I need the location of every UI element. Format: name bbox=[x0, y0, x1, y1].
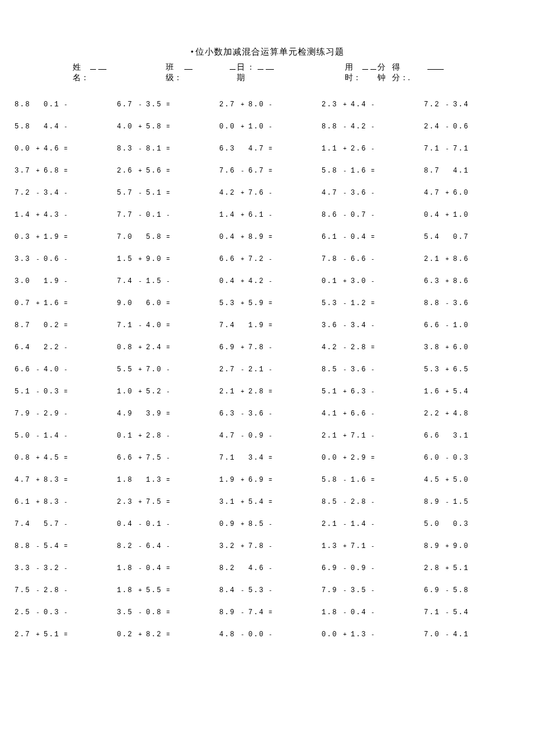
operand-a: 8.5 bbox=[322, 366, 340, 374]
operand-a: 4.0 bbox=[117, 123, 135, 131]
operand-a: 0.4 bbox=[117, 520, 135, 528]
operand-a: 5.8 bbox=[322, 476, 340, 484]
name-blank-1[interactable] bbox=[90, 63, 96, 70]
equals-sign: - bbox=[369, 323, 377, 329]
date-blank-pre[interactable] bbox=[230, 63, 236, 70]
operator: - bbox=[238, 587, 248, 594]
operator: + bbox=[238, 521, 248, 528]
equals-sign: = bbox=[165, 587, 173, 594]
time-blank-1[interactable] bbox=[362, 63, 368, 70]
class-blank[interactable] bbox=[184, 63, 192, 70]
operand-b: 3.4 bbox=[453, 101, 472, 109]
operand-b: 5.7 bbox=[44, 520, 62, 528]
equation-cell: 8.4-5.3- bbox=[219, 586, 316, 594]
operand-a: 0.4 bbox=[424, 211, 443, 219]
operand-b: 0.3 bbox=[44, 388, 62, 396]
date-blank-1[interactable] bbox=[258, 63, 263, 70]
operand-a: 1.6 bbox=[424, 388, 443, 396]
operand-a: 6.9 bbox=[219, 343, 238, 352]
equation-cell: 6.63.1 bbox=[424, 432, 520, 440]
equation-cell: 5.40.7 bbox=[424, 233, 520, 241]
operand-a: 2.7 bbox=[219, 366, 238, 374]
equation-cell: 7.0-4.1 bbox=[424, 630, 520, 639]
equation-cell: 4.1+6.6- bbox=[322, 410, 418, 418]
equals-sign: = bbox=[165, 499, 173, 506]
equation-cell: 7.9-3.5- bbox=[322, 586, 418, 594]
equation-cell: 8.8-5.4= bbox=[15, 542, 111, 550]
equals-sign: = bbox=[165, 411, 173, 417]
operand-b: 6.0 bbox=[453, 343, 472, 352]
equation-cell: 4.7+6.0 bbox=[424, 189, 520, 197]
operand-b: 6.0 bbox=[146, 299, 165, 307]
equation-cell: 0.1+3.0- bbox=[322, 277, 418, 285]
operator: - bbox=[443, 632, 453, 638]
operator: - bbox=[135, 323, 146, 329]
equation-cell: 2.7+8.0- bbox=[219, 101, 316, 109]
date-colon: : bbox=[249, 63, 252, 72]
equation-cell: 1.9+6.9= bbox=[219, 476, 316, 484]
equals-sign: - bbox=[267, 433, 275, 439]
operand-b: 6.6 bbox=[351, 410, 369, 418]
equals-sign: - bbox=[165, 433, 173, 439]
equation-cell: 3.3-0.6- bbox=[15, 255, 111, 263]
date-blank-2[interactable] bbox=[266, 63, 274, 70]
operand-b: 0.9 bbox=[351, 564, 369, 572]
operand-b: 5.8 bbox=[146, 123, 165, 131]
equals-sign: = bbox=[369, 234, 377, 241]
operand-b: 3.5 bbox=[146, 101, 165, 109]
equation-cell: 1.81.3= bbox=[117, 476, 213, 484]
operator: + bbox=[33, 168, 44, 174]
equals-sign: = bbox=[165, 477, 173, 483]
operand-a: 7.8 bbox=[322, 255, 340, 263]
equation-cell: 0.0+1.0- bbox=[219, 123, 316, 131]
equation-cell: 0.8+2.4= bbox=[117, 343, 213, 352]
operand-b: 1.6 bbox=[351, 476, 369, 484]
operator: - bbox=[340, 124, 351, 130]
operand-a: 0.0 bbox=[219, 123, 238, 131]
operand-b: 1.0 bbox=[248, 123, 267, 131]
operand-b: 9.0 bbox=[146, 255, 165, 263]
operator: + bbox=[340, 278, 351, 285]
operand-b: 1.3 bbox=[146, 476, 165, 484]
equals-sign: = bbox=[267, 477, 275, 483]
name-blank-2[interactable] bbox=[98, 63, 106, 70]
operand-b: 0.4 bbox=[351, 608, 369, 617]
equation-cell: 3.01.9- bbox=[15, 277, 111, 285]
equation-cell: 7.1-7.1 bbox=[424, 145, 520, 153]
operand-b: 0.1 bbox=[146, 211, 165, 219]
operand-a: 5.1 bbox=[322, 388, 340, 396]
equation-cell: 8.24.6- bbox=[219, 564, 316, 572]
operand-b: 3.6 bbox=[248, 410, 267, 418]
equation-cell: 0.0+4.6= bbox=[15, 145, 111, 153]
equals-sign: - bbox=[267, 345, 275, 351]
equals-sign: = bbox=[62, 477, 70, 483]
equals-sign: = bbox=[62, 455, 70, 461]
operand-a: 8.9 bbox=[424, 542, 443, 550]
equals-sign: = bbox=[62, 389, 70, 395]
equals-sign: - bbox=[62, 565, 70, 572]
equation-cell: 0.8+4.5= bbox=[15, 454, 111, 462]
equation-cell: 9.06.0= bbox=[117, 299, 213, 307]
equation-cell: 7.13.4= bbox=[219, 454, 316, 462]
operand-a: 6.1 bbox=[15, 498, 33, 506]
equals-sign: - bbox=[369, 102, 377, 108]
operator: + bbox=[33, 300, 44, 307]
operand-b: 0.2 bbox=[44, 321, 62, 329]
time-blank-2[interactable] bbox=[370, 63, 376, 70]
operand-a: 8.8 bbox=[424, 299, 443, 307]
operand-b: 3.2 bbox=[44, 564, 62, 572]
equation-cell: 6.6-1.0 bbox=[424, 321, 520, 329]
operand-b: 0.7 bbox=[453, 233, 472, 241]
operand-b: 8.2 bbox=[146, 630, 165, 639]
operand-a: 5.3 bbox=[219, 299, 238, 307]
operand-a: 8.8 bbox=[322, 123, 340, 131]
title-text: 位小数加减混合运算单元检测练习题 bbox=[195, 47, 344, 56]
operand-a: 6.0 bbox=[424, 454, 443, 462]
score-blank[interactable] bbox=[427, 63, 444, 70]
operator: - bbox=[135, 610, 146, 616]
operand-b: 7.4 bbox=[248, 608, 267, 617]
equation-cell: 2.5-0.3- bbox=[15, 608, 111, 617]
operand-a: 4.5 bbox=[424, 476, 443, 484]
operand-a: 7.1 bbox=[219, 454, 238, 462]
operand-a: 0.1 bbox=[117, 432, 135, 440]
